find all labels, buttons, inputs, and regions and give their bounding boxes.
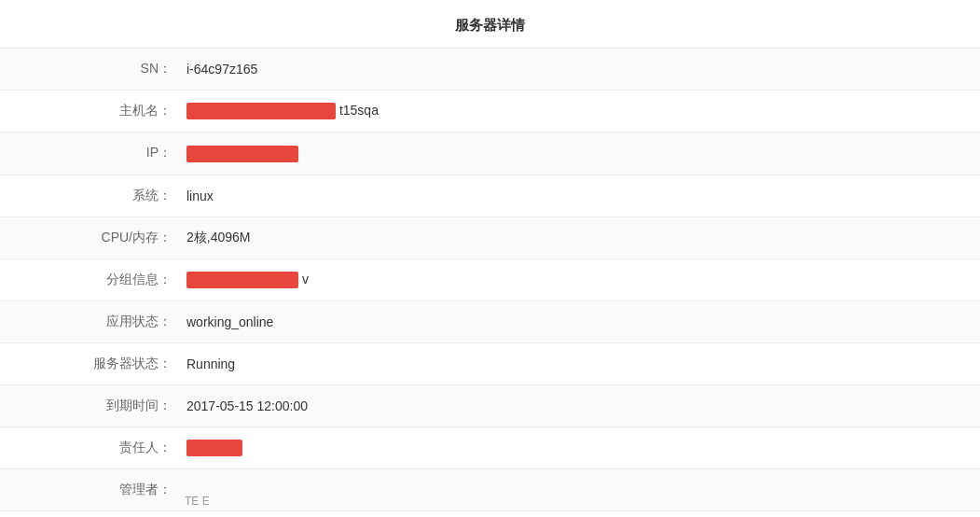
field-label-group: 分组信息： <box>0 272 186 288</box>
field-label-expire-time: 到期时间： <box>0 398 186 414</box>
field-label-server-status: 服务器状态： <box>0 356 186 372</box>
table-row: 责任人： <box>0 427 980 469</box>
table-row: 系统： linux <box>0 175 980 217</box>
field-value-owner <box>186 440 980 456</box>
table-row: 分组信息： v <box>0 259 980 301</box>
field-value-cpu-memory: 2核,4096M <box>186 230 980 246</box>
table-row: 机器备注： <box>0 511 980 517</box>
field-value-ip <box>186 145 980 161</box>
redacted-group <box>186 272 298 288</box>
field-value-server-status: Running <box>186 356 980 371</box>
detail-table: SN： i-64c97z165 主机名： t15sqa IP： 系统： linu… <box>0 49 980 517</box>
page-title: 服务器详情 <box>0 0 980 49</box>
table-row: 主机名： t15sqa <box>0 91 980 133</box>
table-row: 服务器状态： Running <box>0 343 980 385</box>
table-row: 到期时间： 2017-05-15 12:00:00 <box>0 385 980 427</box>
group-suffix: v <box>302 272 309 286</box>
field-label-hostname: 主机名： <box>0 103 186 119</box>
field-value-hostname: t15sqa <box>186 103 980 119</box>
field-label-sn: SN： <box>0 61 186 77</box>
table-row: SN： i-64c97z165 <box>0 49 980 91</box>
field-label-app-status: 应用状态： <box>0 314 186 330</box>
table-row: 管理者： <box>0 469 980 511</box>
field-label-owner: 责任人： <box>0 440 186 456</box>
table-row: 应用状态： working_online <box>0 301 980 343</box>
bottom-footer-text: TE E <box>185 495 210 508</box>
table-row: CPU/内存： 2核,4096M <box>0 217 980 259</box>
field-label-ip: IP： <box>0 145 186 161</box>
page-container: 服务器详情 SN： i-64c97z165 主机名： t15sqa IP： 系统… <box>0 0 980 517</box>
redacted-ip <box>186 146 298 162</box>
redacted-hostname <box>186 103 336 119</box>
field-value-os: linux <box>186 189 980 203</box>
hostname-suffix: t15sqa <box>339 103 379 118</box>
redacted-owner <box>186 440 242 456</box>
field-label-os: 系统： <box>0 188 186 204</box>
field-label-manager: 管理者： <box>0 482 186 498</box>
field-value-app-status: working_online <box>186 314 980 329</box>
field-value-sn: i-64c97z165 <box>186 62 980 77</box>
field-value-expire-time: 2017-05-15 12:00:00 <box>186 398 980 413</box>
table-row: IP： <box>0 133 980 175</box>
field-label-cpu-memory: CPU/内存： <box>0 230 186 246</box>
field-value-group: v <box>186 272 980 288</box>
